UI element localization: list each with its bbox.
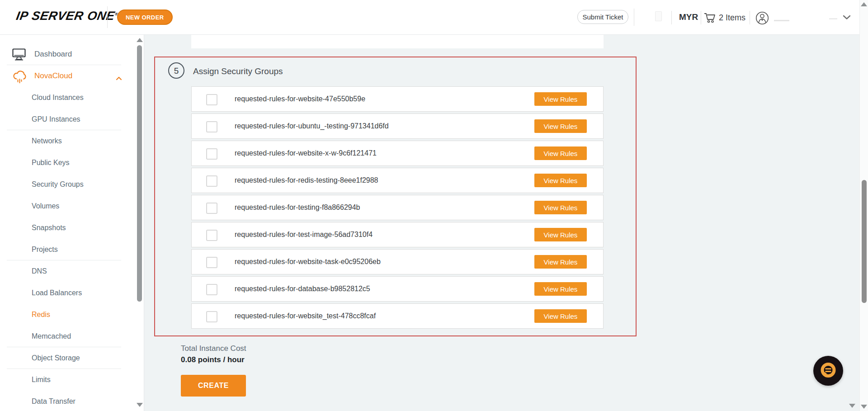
sidebar-item-label: Networks (32, 135, 62, 147)
page-scroll-down-icon[interactable] (861, 405, 867, 409)
header-divider (671, 11, 672, 24)
user-icon[interactable] (755, 11, 769, 27)
view-rules-button[interactable]: View Rules (534, 119, 587, 133)
sidebar-item-projects[interactable]: Projects (0, 244, 136, 255)
security-group-checkbox[interactable] (206, 175, 217, 187)
sidebar-item-data-transfer[interactable]: Data Transfer (0, 396, 136, 407)
header-divider (634, 9, 634, 26)
security-group-checkbox[interactable] (206, 148, 217, 160)
security-group-row: requested-rules-for-database-b9852812c5V… (191, 276, 604, 302)
sidebar-item-limits[interactable]: Limits (0, 374, 136, 386)
sidebar-item-snapshots[interactable]: Snapshots (0, 222, 136, 234)
cart-icon[interactable] (703, 12, 716, 25)
monitor-icon (12, 48, 26, 62)
header-divider (701, 11, 701, 24)
sidebar-item-label: Memcached (32, 331, 71, 342)
live-chat-button[interactable] (813, 356, 843, 386)
sidebar-item-label: Volumes (32, 200, 59, 212)
sidebar-divider (7, 368, 121, 369)
security-group-checkbox[interactable] (206, 94, 217, 105)
redacted-user-name (829, 18, 837, 19)
security-group-name: requested-rules-for-redis-testing-8eee1f… (235, 168, 378, 193)
sidebar-divider (7, 347, 121, 347)
sidebar-item-label: Data Transfer (32, 396, 75, 407)
security-group-checkbox[interactable] (206, 311, 217, 322)
page-scrollbar[interactable] (859, 0, 868, 411)
security-group-row: requested-rules-for-testing-f8a866294bVi… (191, 195, 604, 220)
sidebar-item-label: DNS (32, 265, 47, 277)
sidebar-item-gpu-instances[interactable]: GPU Instances (0, 113, 136, 125)
cart-items-count[interactable]: 2 Items (719, 13, 745, 23)
sidebar-item-label: Redis (32, 309, 50, 321)
view-rules-button[interactable]: View Rules (534, 92, 587, 106)
security-group-list: requested-rules-for-website-47e550b59eVi… (191, 86, 604, 331)
sidebar-item-novacloud[interactable]: NovaCloud (0, 70, 136, 82)
chevron-down-icon[interactable] (843, 14, 851, 22)
chevron-up-icon[interactable] (116, 74, 122, 82)
security-group-name: requested-rules-for-website-47e550b59e (235, 87, 365, 111)
page-scroll-up-icon[interactable] (861, 2, 867, 6)
sidebar-divider (7, 130, 121, 130)
sidebar-item-volumes[interactable]: Volumes (0, 200, 136, 212)
sidebar-item-cloud-instances[interactable]: Cloud Instances (0, 92, 136, 104)
create-button[interactable]: CREATE (181, 375, 246, 397)
security-group-name: requested-rules-for-testing-f8a866294b (235, 195, 360, 220)
view-rules-button[interactable]: View Rules (534, 282, 587, 296)
sidebar-item-label: Object Storage (32, 352, 80, 364)
view-rules-button[interactable]: View Rules (534, 146, 587, 160)
security-group-row: requested-rules-for-redis-testing-8eee1f… (191, 168, 604, 193)
sidebar-item-load-balancers[interactable]: Load Balancers (0, 287, 136, 299)
sidebar-item-label: Public Keys (32, 157, 70, 169)
security-group-row: requested-rules-for-website-47e550b59eVi… (191, 86, 604, 112)
step-number-badge: 5 (168, 62, 184, 79)
section-title: Assign Security Groups (193, 66, 283, 76)
page-scrollbar-thumb[interactable] (862, 180, 867, 303)
security-group-row: requested-rules-for-ubuntu_-testing-9713… (191, 113, 604, 139)
sidebar-scroll-down-icon[interactable] (137, 403, 143, 407)
security-group-checkbox[interactable] (206, 257, 217, 268)
sidebar-scrollbar-thumb[interactable] (137, 45, 142, 302)
sidebar-item-dns[interactable]: DNS (0, 265, 136, 277)
security-group-checkbox[interactable] (206, 230, 217, 241)
security-group-checkbox[interactable] (206, 203, 217, 214)
sidebar-item-label: Dashboard (34, 48, 72, 60)
security-group-name: requested-rules-for-website_test-478cc8f… (235, 304, 376, 328)
view-rules-button[interactable]: View Rules (534, 309, 587, 323)
sidebar-item-memcached[interactable]: Memcached (0, 331, 136, 342)
sidebar-item-label: Projects (32, 244, 58, 255)
view-rules-button[interactable]: View Rules (534, 255, 587, 269)
security-group-name: requested-rules-for-website-task-e0c9520… (235, 250, 381, 274)
sidebar-item-label: Load Balancers (32, 287, 82, 299)
sidebar-item-label: NovaCloud (34, 70, 72, 82)
view-rules-button[interactable]: View Rules (534, 228, 587, 241)
sidebar-item-networks[interactable]: Networks (0, 135, 136, 147)
brand-logo[interactable]: IP SERVER ONE® (15, 9, 119, 23)
security-group-name: requested-rules-for-test-image-56ad7310f… (235, 222, 373, 247)
view-rules-button[interactable]: View Rules (534, 174, 587, 187)
sidebar-item-dashboard[interactable]: Dashboard (0, 48, 136, 60)
sidebar-item-security-groups[interactable]: Security Groups (0, 179, 136, 190)
sidebar-item-redis[interactable]: Redis (0, 309, 136, 321)
security-group-checkbox[interactable] (206, 284, 217, 295)
sidebar-scroll-up-icon[interactable] (137, 38, 143, 42)
header: IP SERVER ONE® NEW ORDER Submit Ticket M… (0, 0, 868, 35)
new-order-button[interactable]: NEW ORDER (117, 9, 173, 25)
cloud-icon (12, 70, 28, 85)
sidebar-item-object-storage[interactable]: Object Storage (0, 352, 136, 364)
app-root: IP SERVER ONE® NEW ORDER Submit Ticket M… (0, 0, 868, 411)
currency-selector[interactable]: MYR (679, 12, 698, 22)
security-group-checkbox[interactable] (206, 121, 217, 132)
currency-flag-icon[interactable] (655, 11, 662, 21)
sidebar-item-label: Cloud Instances (32, 92, 84, 104)
submit-ticket-button[interactable]: Submit Ticket (577, 10, 628, 24)
sidebar-divider (7, 260, 121, 260)
security-group-name: requested-rules-for-ubuntu_-testing-9713… (235, 114, 389, 138)
view-rules-button[interactable]: View Rules (534, 201, 587, 214)
redacted-user-name (774, 20, 789, 21)
sidebar-item-public-keys[interactable]: Public Keys (0, 157, 136, 169)
content-scroll-down-icon[interactable] (849, 404, 855, 408)
sidebar: DashboardNovaCloudCloud InstancesGPU Ins… (0, 34, 144, 411)
total-cost-value: 0.08 points / hour (181, 355, 245, 364)
header-divider (750, 11, 750, 24)
header-divider (107, 6, 108, 28)
